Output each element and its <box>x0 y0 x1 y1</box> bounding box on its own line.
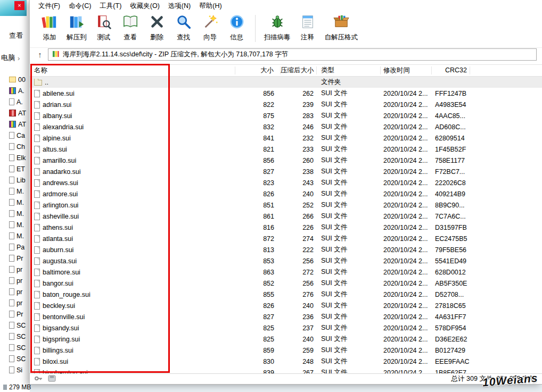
background-list-item[interactable]: SC <box>9 320 30 331</box>
background-list-item[interactable]: AT <box>9 107 30 119</box>
background-list-item[interactable]: M. <box>9 186 30 197</box>
background-list-item[interactable]: Ch <box>9 141 30 152</box>
column-header-type[interactable]: 类型 <box>317 66 381 74</box>
extract-to-button[interactable]: 解压到 <box>63 13 91 42</box>
background-list-item[interactable]: ET <box>9 163 30 174</box>
table-row[interactable]: abilene.sui 856 262 SUI 文件 2020/10/24 2.… <box>30 88 542 99</box>
breadcrumb-computer[interactable]: 电脑 <box>1 53 15 63</box>
table-row[interactable]: billings.sui 859 259 SUI 文件 2020/10/24 2… <box>30 345 542 356</box>
key-icon[interactable] <box>34 374 43 384</box>
table-row[interactable]: anadarko.sui 827 238 SUI 文件 2020/10/24 2… <box>30 166 542 177</box>
column-header-packed[interactable]: 压缩后大小 <box>281 66 317 74</box>
file-size: 863 <box>235 269 281 276</box>
file-crc32: 5541ED49 <box>432 257 470 265</box>
table-row[interactable]: atlanta.sui 872 274 SUI 文件 2020/10/24 2.… <box>30 233 542 244</box>
background-list-item[interactable]: Ca <box>9 130 30 141</box>
file-crc32: 79F5BE56 <box>432 246 470 254</box>
table-row[interactable]: andrews.sui 823 243 SUI 文件 2020/10/24 2.… <box>30 177 542 188</box>
table-row[interactable]: bangor.sui 852 256 SUI 文件 2020/10/24 2..… <box>30 278 542 289</box>
disk-icon[interactable] <box>48 374 56 384</box>
column-header-modified[interactable]: 修改时间 <box>381 66 432 74</box>
background-list-item[interactable]: pr <box>9 286 30 297</box>
background-list-item[interactable]: M. <box>9 208 30 219</box>
table-row[interactable]: alexandria.sui 832 246 SUI 文件 2020/10/24… <box>30 121 542 132</box>
file-type: SUI 文件 <box>317 201 381 210</box>
background-list-item[interactable]: A. <box>9 96 30 107</box>
column-header-crc32[interactable]: CRC32 <box>432 66 470 74</box>
file-packed-size: 256 <box>281 257 317 265</box>
background-file-label: 00 <box>18 76 26 84</box>
file-crc32: 4AAC85... <box>432 112 470 120</box>
find-button[interactable]: 查找 <box>170 13 197 42</box>
background-file-label: pr <box>17 266 22 273</box>
table-row[interactable]: baton_rouge.sui 855 276 SUI 文件 2020/10/2… <box>30 289 542 300</box>
background-list-item[interactable]: Pr <box>9 308 30 320</box>
file-icon <box>34 302 40 310</box>
background-list-item[interactable]: Pa <box>9 241 30 253</box>
table-row[interactable]: bigspring.sui 825 240 SUI 文件 2020/10/24 … <box>30 333 542 345</box>
background-list-item[interactable]: M. <box>9 197 30 208</box>
file-name-cell: .. <box>30 79 235 86</box>
table-row[interactable]: alpine.sui 841 232 SUI 文件 2020/10/24 2..… <box>30 132 542 144</box>
add-button[interactable]: 添加 <box>36 13 63 42</box>
table-row[interactable]: athens.sui 816 226 SUI 文件 2020/10/24 2..… <box>30 222 542 233</box>
address-field[interactable]: 海岸到海岸2.11.14.scs\def\city - ZIP 压缩文件, 解包… <box>48 48 537 61</box>
background-list-item[interactable]: pr <box>9 275 30 286</box>
file-crc32: EC2475B5 <box>432 235 470 243</box>
background-list-item[interactable]: Si <box>9 364 30 376</box>
table-row[interactable]: auburn.sui 813 222 SUI 文件 2020/10/24 2..… <box>30 244 542 255</box>
background-list-item[interactable]: 00 <box>9 74 30 85</box>
table-row[interactable]: altus.sui 821 233 SUI 文件 2020/10/24 2...… <box>30 144 542 155</box>
background-list-item[interactable]: AT <box>9 119 30 130</box>
background-list-item[interactable]: SC <box>9 353 30 364</box>
background-list-item[interactable]: Elk <box>9 152 30 163</box>
background-list-item[interactable]: pr <box>9 264 30 275</box>
column-header-size[interactable]: 大小 <box>235 66 281 74</box>
menu-item-favorites[interactable]: 收藏夹(O) <box>126 0 164 12</box>
sfx-button[interactable]: 自解压格式 <box>321 13 362 42</box>
menu-item-options[interactable]: 选项(N) <box>164 0 195 12</box>
file-packed-size: 274 <box>281 235 317 243</box>
file-type: SUI 文件 <box>317 145 381 154</box>
background-file-icon <box>9 311 14 318</box>
table-row[interactable]: amarillo.sui 856 260 SUI 文件 2020/10/24 2… <box>30 155 542 166</box>
menu-item-tools[interactable]: 工具(T) <box>95 0 126 12</box>
view-button[interactable]: 查看 <box>117 13 144 42</box>
table-row[interactable]: adrian.sui 822 239 SUI 文件 2020/10/24 2..… <box>30 99 542 110</box>
background-close-button[interactable]: × <box>14 1 24 10</box>
table-row[interactable]: albany.sui 875 283 SUI 文件 2020/10/24 2..… <box>30 110 542 121</box>
table-row[interactable]: biloxi.sui 830 248 SUI 文件 2020/10/24 2..… <box>30 356 542 367</box>
background-list-item[interactable]: Lib <box>9 174 30 186</box>
background-list-item[interactable]: Pr <box>9 253 30 264</box>
table-row[interactable]: ardmore.sui 826 240 SUI 文件 2020/10/24 2.… <box>30 188 542 199</box>
background-list-item[interactable]: M. <box>9 219 30 230</box>
table-row[interactable]: .. 文件夹 <box>30 77 542 88</box>
table-row[interactable]: binghamton.sui 839 267 SUI 文件 2020/10/24… <box>30 367 542 373</box>
info-button[interactable]: 信息 <box>224 13 250 42</box>
table-row[interactable]: baltimore.sui 863 272 SUI 文件 2020/10/24 … <box>30 266 542 278</box>
column-header-name[interactable]: 名称 <box>30 66 235 74</box>
background-view-button[interactable]: 查看 <box>9 31 23 40</box>
file-packed-size: 260 <box>281 157 317 164</box>
menu-item-commands[interactable]: 命令(C) <box>64 0 95 12</box>
menu-item-help[interactable]: 帮助(H) <box>195 0 226 12</box>
table-row[interactable]: asheville.sui 861 266 SUI 文件 2020/10/24 … <box>30 211 542 222</box>
up-button[interactable]: ↑ <box>32 48 48 61</box>
test-button[interactable]: 测试 <box>91 13 117 42</box>
menu-item-file[interactable]: 文件(F) <box>34 0 64 12</box>
background-list-item[interactable]: A. <box>9 85 30 96</box>
delete-button[interactable]: 删除 <box>144 13 170 42</box>
table-row[interactable]: arlington.sui 851 252 SUI 文件 2020/10/24 … <box>30 199 542 211</box>
scan-virus-button[interactable]: 扫描病毒 <box>260 13 294 42</box>
wizard-button[interactable]: 向导 <box>197 13 224 42</box>
table-row[interactable]: beckley.sui 826 240 SUI 文件 2020/10/24 2.… <box>30 300 542 311</box>
comment-button[interactable]: 注释 <box>294 13 321 42</box>
table-row[interactable]: augusta.sui 853 256 SUI 文件 2020/10/24 2.… <box>30 255 542 266</box>
background-list-item[interactable]: SC <box>9 342 30 353</box>
background-list-item[interactable]: M. <box>9 230 30 241</box>
table-row[interactable]: bigsandy.sui 825 237 SUI 文件 2020/10/24 2… <box>30 322 542 333</box>
file-name-cell: asheville.sui <box>30 213 235 220</box>
background-list-item[interactable]: SC <box>9 331 30 342</box>
table-row[interactable]: bentonville.sui 827 236 SUI 文件 2020/10/2… <box>30 311 542 322</box>
background-list-item[interactable]: pr <box>9 297 30 308</box>
